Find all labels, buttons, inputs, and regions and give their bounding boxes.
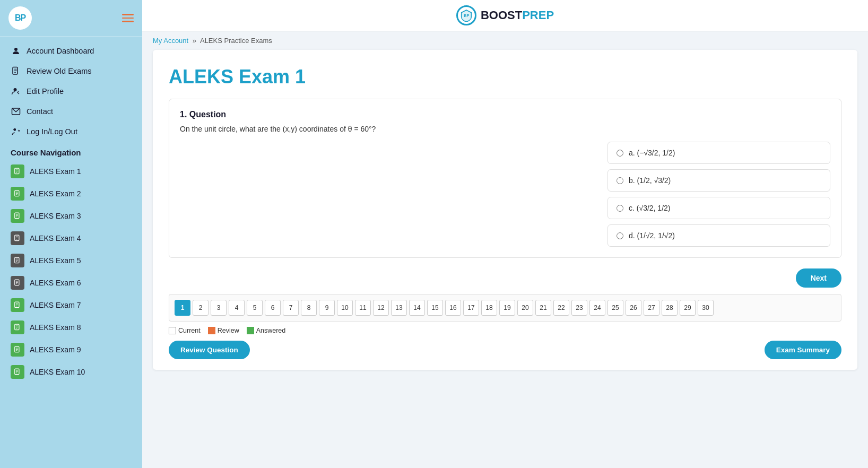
question-number-21[interactable]: 21 <box>535 300 551 316</box>
sidebar-item-login-logout[interactable]: Log In/Log Out <box>0 122 142 142</box>
radio-c[interactable] <box>617 205 623 212</box>
exam-label: ALEKS Exam 1 <box>30 167 81 176</box>
question-number-9[interactable]: 9 <box>319 300 335 316</box>
answer-text-a: a. (−√3/2, 1/2) <box>629 149 675 157</box>
exam-label: ALEKS Exam 3 <box>30 212 81 220</box>
sidebar-exam-item[interactable]: ALEKS Exam 10 <box>0 361 142 383</box>
sidebar-nav: Account Dashboard Review Old Exams Edit … <box>0 37 142 144</box>
content-area: ALEKS Exam 1 1. Question On the unit cir… <box>142 50 868 468</box>
sidebar-exam-item[interactable]: ALEKS Exam 4 <box>0 227 142 249</box>
question-number-25[interactable]: 25 <box>607 300 623 316</box>
exam-icon <box>11 320 24 334</box>
answer-option-a[interactable]: a. (−√3/2, 1/2) <box>607 142 830 164</box>
hamburger-menu[interactable] <box>122 14 134 22</box>
radio-a[interactable] <box>617 150 623 157</box>
exam-icon <box>11 276 24 290</box>
question-grid: 1234567891011121314151617181920212223242… <box>175 300 836 316</box>
question-number-19[interactable]: 19 <box>499 300 515 316</box>
question-number-11[interactable]: 11 <box>355 300 371 316</box>
breadcrumb: My Account » ALEKS Practice Exams <box>142 31 868 50</box>
exam-summary-button[interactable]: Exam Summary <box>765 341 841 359</box>
exam-icon <box>11 164 24 178</box>
brand-boost: BOOST <box>481 8 522 22</box>
sidebar-exam-item[interactable]: ALEKS Exam 3 <box>0 205 142 227</box>
sidebar-item-account-dashboard[interactable]: Account Dashboard <box>0 41 142 61</box>
question-number-3[interactable]: 3 <box>211 300 227 316</box>
exam-list: ALEKS Exam 1ALEKS Exam 2ALEKS Exam 3ALEK… <box>0 160 142 383</box>
question-number-30[interactable]: 30 <box>698 300 714 316</box>
question-number-27[interactable]: 27 <box>644 300 659 316</box>
sidebar-item-contact[interactable]: Contact <box>0 101 142 122</box>
exam-icon <box>11 254 24 267</box>
question-number-14[interactable]: 14 <box>409 300 425 316</box>
breadcrumb-link[interactable]: My Account <box>153 37 188 45</box>
exam-icon <box>11 343 24 357</box>
question-number-16[interactable]: 16 <box>445 300 461 316</box>
question-number-6[interactable]: 6 <box>265 300 281 316</box>
sidebar-exam-item[interactable]: ALEKS Exam 5 <box>0 249 142 272</box>
sidebar-exam-item[interactable]: ALEKS Exam 1 <box>0 160 142 183</box>
sidebar-item-review-old-exams[interactable]: Review Old Exams <box>0 61 142 81</box>
question-number-7[interactable]: 7 <box>283 300 299 316</box>
legend-review: Review <box>208 327 239 334</box>
answer-list: a. (−√3/2, 1/2) b. (1/2, √3/2) <box>607 142 830 247</box>
question-number-26[interactable]: 26 <box>626 300 641 316</box>
sidebar-exam-item[interactable]: ALEKS Exam 8 <box>0 316 142 339</box>
question-number-17[interactable]: 17 <box>463 300 479 316</box>
exam-icon <box>11 187 24 201</box>
exam-label: ALEKS Exam 7 <box>30 301 81 309</box>
question-number-4[interactable]: 4 <box>229 300 245 316</box>
legend: Current Review Answered <box>169 327 841 334</box>
question-number-2[interactable]: 2 <box>193 300 209 316</box>
answer-option-d[interactable]: d. (1/√2, 1/√2) <box>607 224 830 247</box>
review-question-button[interactable]: Review Question <box>169 341 250 359</box>
svg-point-8 <box>14 128 16 131</box>
question-number-8[interactable]: 8 <box>301 300 317 316</box>
person-icon <box>11 46 21 56</box>
sidebar-exam-item[interactable]: ALEKS Exam 6 <box>0 272 142 294</box>
envelope-icon <box>11 106 21 117</box>
breadcrumb-current: ALEKS Practice Exams <box>200 37 272 45</box>
question-number-13[interactable]: 13 <box>391 300 407 316</box>
sidebar-item-label: Log In/Log Out <box>27 127 77 136</box>
answer-option-c[interactable]: c. (√3/2, 1/2) <box>607 197 830 219</box>
sidebar-exam-item[interactable]: ALEKS Exam 7 <box>0 294 142 316</box>
exam-card: ALEKS Exam 1 1. Question On the unit cir… <box>153 50 857 370</box>
legend-review-box <box>208 327 215 334</box>
exam-label: ALEKS Exam 6 <box>30 279 81 287</box>
next-btn-row: Next <box>169 268 841 288</box>
question-header: 1. Question <box>180 110 830 119</box>
question-number-29[interactable]: 29 <box>680 300 696 316</box>
brand-prep: PREP <box>522 8 554 22</box>
svg-point-5 <box>14 88 17 91</box>
answer-option-b[interactable]: b. (1/2, √3/2) <box>607 169 830 192</box>
answer-text-b: b. (1/2, √3/2) <box>629 176 671 185</box>
question-grid-container: 1234567891011121314151617181920212223242… <box>169 294 841 322</box>
question-number-10[interactable]: 10 <box>337 300 353 316</box>
exam-label: ALEKS Exam 10 <box>30 368 85 376</box>
question-number-28[interactable]: 28 <box>662 300 678 316</box>
legend-answered-label: Answered <box>256 327 286 334</box>
sidebar-exam-item[interactable]: ALEKS Exam 9 <box>0 339 142 361</box>
question-number-24[interactable]: 24 <box>589 300 605 316</box>
next-button[interactable]: Next <box>796 268 841 288</box>
question-number-18[interactable]: 18 <box>481 300 497 316</box>
question-number-22[interactable]: 22 <box>553 300 569 316</box>
question-number-5[interactable]: 5 <box>247 300 263 316</box>
question-number-23[interactable]: 23 <box>571 300 587 316</box>
course-nav-header: Course Navigation <box>0 144 142 160</box>
logo-icon: BP <box>8 6 32 30</box>
question-number-1[interactable]: 1 <box>175 300 190 316</box>
sidebar-exam-item[interactable]: ALEKS Exam 2 <box>0 183 142 205</box>
question-number-15[interactable]: 15 <box>427 300 443 316</box>
sidebar-item-label: Edit Profile <box>27 87 64 96</box>
question-number-20[interactable]: 20 <box>517 300 533 316</box>
radio-b[interactable] <box>617 177 623 184</box>
question-number-12[interactable]: 12 <box>373 300 389 316</box>
sidebar-item-edit-profile[interactable]: Edit Profile <box>0 81 142 101</box>
legend-current-label: Current <box>178 327 201 334</box>
exam-label: ALEKS Exam 8 <box>30 323 81 332</box>
exam-label: ALEKS Exam 2 <box>30 189 81 198</box>
file-icon <box>11 66 21 76</box>
radio-d[interactable] <box>617 232 623 239</box>
